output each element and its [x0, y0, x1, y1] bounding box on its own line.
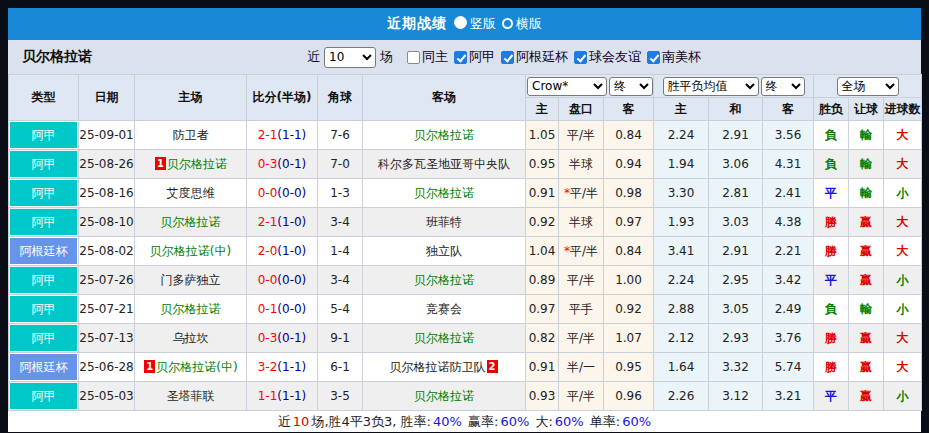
away-team: 独立队 [363, 237, 526, 266]
away-team-name: 贝尔格拉诺 [414, 273, 474, 287]
league-filter: 阿根廷杯 [501, 48, 568, 66]
layout-radio-label: 横版 [516, 16, 542, 31]
handicap-result-text: 贏 [860, 331, 872, 345]
handicap-text: 半球 [569, 157, 593, 171]
match-score: 2-0(1-0) [247, 237, 318, 266]
league-badge: 阿甲 [10, 151, 77, 177]
home-team-name: 贝尔格拉诺(中) [156, 360, 237, 374]
away-team-name: 班菲特 [426, 215, 462, 229]
col-header-score: 比分(半场) [247, 75, 318, 121]
checkbox-checked[interactable] [647, 51, 660, 64]
goals-result-text: 大 [897, 128, 909, 142]
handicap-result-text: 輸 [860, 302, 872, 316]
results-table: 类型 日期 主场 比分(半场) 角球 客场 Crow* 终 胜平负均值 [8, 74, 922, 411]
result-win-draw-loss: 勝 [814, 324, 849, 353]
goals-result: 大 [884, 237, 922, 266]
home-team: 贝尔格拉诺(中) [135, 237, 247, 266]
away-team-name: 贝尔格拉诺 [414, 128, 474, 142]
goals-result-text: 大 [897, 360, 909, 374]
handicap-value: *平/半 [559, 179, 604, 208]
odds-home: 0.91 [526, 179, 559, 208]
red-number-badge: 1 [155, 157, 166, 170]
match-score: 0-0(0-0) [247, 266, 318, 295]
col-header-odds-away: 客 [604, 98, 654, 121]
odds-away: 0.84 [604, 121, 654, 150]
away-team-name: 独立队 [426, 244, 462, 258]
corner-score: 5-4 [318, 295, 363, 324]
mean-draw: 2.93 [709, 324, 763, 353]
checkbox-unchecked[interactable] [407, 51, 420, 64]
goals-result: 小 [884, 382, 922, 411]
league-cell: 阿甲 [9, 324, 79, 353]
col-header-home: 主场 [135, 75, 247, 121]
checkbox-label: 同主 [422, 48, 448, 66]
table-row: 阿甲25-07-21贝尔格拉诺0-1(0-0)5-4竞赛会0.97平手0.922… [9, 295, 922, 324]
col-header-result: 胜负 [814, 98, 849, 121]
checkbox-checked[interactable] [501, 51, 514, 64]
checkbox-checked[interactable] [574, 51, 587, 64]
away-team: 贝尔格拉诺 [363, 266, 526, 295]
fulltime-select[interactable]: 全场 [837, 77, 899, 96]
away-team: 科尔多瓦圣地亚哥中央队 [363, 150, 526, 179]
league-cell: 阿根廷杯 [9, 237, 79, 266]
handicap-text: 平/半 [567, 331, 595, 345]
layout-radio-selected[interactable] [454, 16, 467, 29]
league-filter: 南美杯 [647, 48, 701, 66]
summary-segment: 赢率: [464, 414, 499, 429]
summary-segment: 场,胜4平3负3, 胜率: [311, 414, 431, 429]
mean-home: 2.24 [654, 266, 709, 295]
match-date: 25-06-28 [79, 353, 135, 382]
col-header-date: 日期 [79, 75, 135, 121]
halftime-score: (1-0) [277, 244, 306, 258]
odds-away: 0.98 [604, 179, 654, 208]
summary-segment: 60% [622, 414, 651, 429]
layout-radio[interactable] [502, 18, 513, 29]
match-score: 1-1(1-1) [247, 382, 318, 411]
fulltime-score: 2-1 [258, 215, 278, 229]
table-row: 阿根廷杯25-06-281贝尔格拉诺(中)3-2(1-1)6-1贝尔格拉诺防卫队… [9, 353, 922, 382]
checkbox-checked[interactable] [454, 51, 467, 64]
league-badge: 阿甲 [10, 209, 77, 235]
table-row: 阿甲25-05-03圣塔菲联1-1(1-1)3-5贝尔格拉诺0.93平/半0.9… [9, 382, 922, 411]
away-team: 竞赛会 [363, 295, 526, 324]
mean-company-select[interactable]: 胜平负均值 [663, 77, 759, 96]
home-team-name: 贝尔格拉诺(中) [150, 244, 231, 258]
odds-company-select[interactable]: Crow* [527, 77, 607, 96]
handicap-value: 平/半 [559, 266, 604, 295]
league-cell: 阿甲 [9, 208, 79, 237]
handicap-result-text: 輸 [860, 128, 872, 142]
away-team-name: 科尔多瓦圣地亚哥中央队 [378, 157, 510, 171]
red-number-badge: 1 [144, 360, 155, 373]
mean-select-header: 胜平负均值 终 [654, 75, 814, 98]
mean-final-select[interactable]: 终 [761, 77, 805, 96]
handicap-result-text: 輸 [860, 157, 872, 171]
handicap-result-text: 贏 [860, 273, 872, 287]
odds-final-select[interactable]: 终 [609, 77, 653, 96]
col-header-mean-home: 主 [654, 98, 709, 121]
match-date: 25-08-26 [79, 150, 135, 179]
mean-draw: 2.91 [709, 237, 763, 266]
league-cell: 阿甲 [9, 121, 79, 150]
fulltime-score: 2-0 [258, 244, 278, 258]
odds-away: 0.97 [604, 208, 654, 237]
handicap-value: *平/半 [559, 237, 604, 266]
home-team-name: 艾度思维 [167, 186, 215, 200]
match-score: 0-3(0-1) [247, 324, 318, 353]
home-team: 防卫者 [135, 121, 247, 150]
layout-radio-group: 竖版横版 [453, 15, 542, 33]
checkbox-label: 阿根廷杯 [516, 48, 568, 66]
match-count-select[interactable]: 10 [324, 47, 376, 68]
goals-result-text: 小 [897, 302, 909, 316]
mean-home: 2.88 [654, 295, 709, 324]
corner-score: 6-1 [318, 353, 363, 382]
unit-label: 场 [380, 48, 393, 66]
league-filter: 同主 [407, 48, 448, 66]
odds-home: 0.92 [526, 208, 559, 237]
result-win-draw-loss-text: 平 [825, 186, 837, 200]
handicap-value: 半球 [559, 208, 604, 237]
goals-result: 小 [884, 295, 922, 324]
handicap-text: 平手 [569, 302, 593, 316]
mean-home: 3.41 [654, 237, 709, 266]
halftime-score: (1-1) [277, 128, 306, 142]
col-header-odds-home: 主 [526, 98, 559, 121]
